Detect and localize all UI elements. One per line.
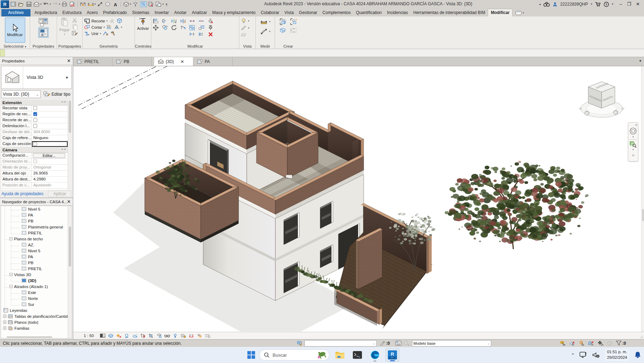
property-row[interactable]: Caja de refere...Ninguno bbox=[1, 135, 68, 141]
worksets-combo[interactable]: ⌄ bbox=[304, 340, 377, 347]
array-icon[interactable] bbox=[189, 25, 195, 30]
tab-prefabricado[interactable]: Prefabricado bbox=[100, 9, 129, 16]
mirror-draw-axis-icon[interactable] bbox=[180, 18, 186, 24]
tree-item[interactable]: PRETIL bbox=[1, 230, 72, 236]
property-row[interactable]: Región de rec... bbox=[1, 111, 68, 117]
app-store-icon[interactable] bbox=[595, 2, 601, 7]
steering-dropdown[interactable]: ▾ bbox=[632, 136, 634, 138]
checkbox-caja-seccion[interactable] bbox=[33, 142, 37, 146]
design-options-combo[interactable]: Modelo base⌄ bbox=[412, 340, 491, 347]
close-button[interactable]: ✕ bbox=[636, 1, 640, 7]
panel-label-portapapeles[interactable]: Portapapeles bbox=[57, 44, 82, 48]
view-box-icon[interactable] bbox=[241, 32, 247, 38]
select-links-icon[interactable] bbox=[560, 340, 566, 347]
trim-extend-multiple-icon[interactable] bbox=[198, 31, 204, 37]
property-row[interactable]: Altura del ojo26.9065 bbox=[1, 171, 68, 177]
taskbar-clock[interactable]: 01:51 p. m. 29/02/2024 bbox=[605, 349, 629, 361]
user-dropdown-icon[interactable]: ▾ bbox=[591, 2, 592, 6]
tree-item[interactable]: PB bbox=[1, 218, 72, 224]
view-tab-pa[interactable]: PA bbox=[193, 57, 233, 66]
open-file-icon[interactable] bbox=[18, 1, 25, 8]
section-extension[interactable]: Extensión⌃⌃ bbox=[1, 100, 68, 105]
tab-modificar[interactable]: Modificar bbox=[488, 9, 512, 16]
panel-label-geometria[interactable]: Geometría bbox=[83, 44, 135, 48]
reveal-constraints-icon[interactable] bbox=[189, 333, 194, 338]
detail-level-icon[interactable] bbox=[100, 333, 105, 338]
search-highlight-image[interactable] bbox=[316, 350, 327, 359]
undo-dropdown[interactable]: ▾ bbox=[50, 3, 51, 6]
checkbox-recortar-vista[interactable] bbox=[33, 106, 37, 110]
tab-acero[interactable]: Acero bbox=[84, 9, 100, 16]
property-row[interactable]: Caja de sección bbox=[1, 141, 68, 147]
selection-filter-icon[interactable] bbox=[616, 340, 622, 347]
cut-profile-icon[interactable] bbox=[241, 25, 247, 31]
steering-wheel-icon[interactable] bbox=[629, 127, 637, 135]
user-account-icon[interactable] bbox=[553, 2, 557, 7]
tree-expander-icon[interactable]: − bbox=[9, 273, 13, 276]
temporary-view-icon[interactable] bbox=[172, 333, 178, 338]
design-options-icon[interactable] bbox=[395, 340, 402, 347]
tab-arquitectura[interactable]: Arquitectura bbox=[32, 9, 60, 16]
tree-expander-icon[interactable]: − bbox=[9, 237, 13, 240]
help-dropdown-icon[interactable]: ▾ bbox=[612, 2, 613, 6]
apply-button[interactable]: Aplicar bbox=[48, 191, 71, 197]
align-icon[interactable] bbox=[153, 18, 159, 24]
taskbar-search[interactable]: Buscar bbox=[259, 349, 329, 361]
paste-icon[interactable] bbox=[60, 18, 69, 27]
section-camara[interactable]: Cámara⌃⌃ bbox=[1, 147, 68, 153]
tree-item[interactable]: PRETIL bbox=[1, 266, 72, 272]
tree-item[interactable]: Nivel 5 bbox=[1, 206, 72, 212]
panel-label-seleccionar[interactable]: Seleccionar ▾ bbox=[0, 44, 30, 48]
locked-view-icon[interactable] bbox=[156, 333, 162, 338]
section-icon[interactable] bbox=[132, 1, 139, 8]
crop-region-icon[interactable] bbox=[148, 333, 154, 338]
collapse-arrow-icon[interactable]: ◂ bbox=[539, 2, 541, 6]
cope-icon[interactable] bbox=[84, 18, 90, 24]
view-tabs-overflow-icon[interactable]: ▼ bbox=[639, 59, 642, 63]
default-3d-view-icon[interactable] bbox=[33, 1, 40, 8]
property-row[interactable]: Recorte de an... bbox=[1, 117, 68, 123]
ui-layout-icon[interactable] bbox=[10, 1, 17, 8]
taskbar-terminal[interactable] bbox=[350, 348, 364, 362]
tab-colaborar[interactable]: Colaborar bbox=[258, 9, 282, 16]
panel-label-controles[interactable]: Controles bbox=[135, 44, 151, 48]
panel-label-vista[interactable]: Vista bbox=[239, 44, 255, 48]
tab-incidencias[interactable]: Incidencias bbox=[384, 9, 411, 16]
tree-item[interactable]: Planimetría general bbox=[1, 224, 72, 230]
maximize-button[interactable]: ❐ bbox=[627, 1, 631, 7]
analytical-model-icon[interactable] bbox=[205, 333, 210, 338]
tree-item[interactable]: Este bbox=[1, 289, 72, 295]
editing-requests-icon[interactable] bbox=[379, 340, 385, 347]
scale-icon[interactable] bbox=[198, 25, 204, 30]
tree-expander-icon[interactable]: + bbox=[3, 327, 6, 330]
create-assembly-icon[interactable] bbox=[279, 27, 287, 34]
instance-selector[interactable]: Vista 3D: {3D} ⌄ bbox=[1, 90, 41, 98]
paste-label[interactable]: Pegar bbox=[59, 28, 69, 32]
camera-edit-button[interactable]: Editar... bbox=[33, 153, 65, 158]
demolish-icon[interactable] bbox=[110, 30, 116, 36]
tab-sistemas[interactable]: Sistemas bbox=[129, 9, 152, 16]
match-properties-icon[interactable] bbox=[72, 30, 78, 36]
taskbar-explorer[interactable] bbox=[333, 348, 347, 362]
redo-dropdown[interactable]: ▾ bbox=[59, 3, 60, 6]
split-element-icon[interactable] bbox=[189, 18, 195, 24]
tab-archivo[interactable]: Archivo bbox=[1, 9, 30, 16]
tree-expander-icon[interactable]: + bbox=[3, 315, 6, 318]
type-properties-icon[interactable] bbox=[37, 27, 49, 38]
navigation-bar[interactable]: ⊗ ▾ ▾ ⊖ bbox=[628, 122, 638, 162]
view-cube[interactable]: SUPERIOR IZQUIERDA FRONTAL bbox=[576, 76, 628, 122]
profile-icon[interactable] bbox=[114, 24, 119, 30]
select-pinned-icon[interactable] bbox=[578, 340, 585, 347]
model-canvas[interactable]: SUPERIOR IZQUIERDA FRONTAL ⊗ ▾ ▾ ⊖ bbox=[73, 66, 644, 339]
activate-controls-label[interactable]: Activar bbox=[137, 26, 149, 30]
tab-vista[interactable]: Vista bbox=[282, 9, 296, 16]
property-row[interactable]: Altura de dest...4.2980 bbox=[1, 177, 68, 183]
view-tab-pretil[interactable]: PRETIL bbox=[73, 57, 112, 66]
start-button[interactable] bbox=[247, 350, 256, 359]
redo-icon[interactable] bbox=[52, 1, 59, 8]
select-underlay-icon[interactable] bbox=[569, 340, 575, 347]
export-pdf-icon[interactable]: PDF bbox=[69, 1, 76, 8]
tab-estructura[interactable]: Estructura bbox=[60, 9, 84, 16]
measure-between-icon[interactable] bbox=[260, 28, 268, 35]
switch-windows-dropdown[interactable]: ▾ bbox=[163, 3, 164, 6]
